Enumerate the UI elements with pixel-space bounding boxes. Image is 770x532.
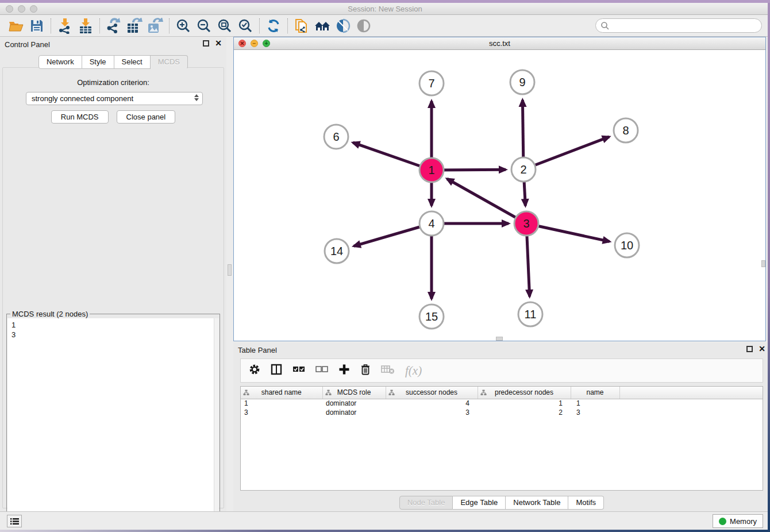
mcds-result-group: MCDS result (2 nodes) 1 3	[6, 314, 220, 530]
tab-network[interactable]: Network	[38, 55, 82, 69]
toolbar-separator	[51, 18, 51, 33]
run-mcds-button[interactable]: Run MCDS	[51, 110, 109, 124]
tab-mcds[interactable]: MCDS	[151, 55, 188, 69]
panel-splitter-handle[interactable]	[228, 264, 232, 276]
zoom-fit-button[interactable]	[214, 17, 235, 35]
graph-node-label-10: 10	[621, 239, 633, 252]
deselect-all-button[interactable]	[315, 365, 328, 376]
zoom-out-button[interactable]	[194, 17, 214, 35]
open-session-button[interactable]	[6, 17, 26, 35]
graph-node-label-4: 4	[428, 217, 434, 230]
export-image-button[interactable]	[145, 17, 165, 35]
column-header-predecessor-nodes[interactable]: predecessor nodes	[478, 387, 571, 399]
save-session-button[interactable]	[26, 17, 47, 35]
table-cell[interactable]: 2	[478, 408, 571, 417]
search-input[interactable]	[610, 21, 753, 30]
column-header-mcds-role[interactable]: MCDS role	[322, 387, 386, 399]
table-cell[interactable]: 1	[571, 399, 619, 408]
close-table-panel-icon[interactable]: ✕	[759, 346, 765, 352]
delete-table-icon	[381, 364, 395, 375]
float-table-panel-icon[interactable]	[746, 346, 753, 352]
table-cell[interactable]: 3	[241, 408, 322, 417]
zoom-fit-icon	[217, 18, 232, 33]
function-builder-button-disabled: f(x)	[405, 364, 422, 378]
home-button[interactable]	[312, 17, 333, 35]
column-layout-button[interactable]	[271, 364, 282, 377]
mcds-result-text[interactable]: 1 3	[7, 318, 219, 529]
table-panel-tabs: Node Table Edge Table Network Table Moti…	[233, 496, 770, 510]
tab-select[interactable]: Select	[114, 55, 151, 69]
memory-status-icon	[719, 518, 726, 525]
column-header-successor-nodes[interactable]: successor nodes	[386, 387, 478, 399]
table-cell[interactable]	[619, 399, 763, 408]
export-network-button[interactable]	[103, 17, 124, 35]
refresh-button[interactable]	[263, 17, 284, 35]
node-table[interactable]: shared name MCDS role successor nodes pr…	[240, 386, 763, 491]
tab-edge-table[interactable]: Edge Table	[453, 496, 506, 510]
table-cell[interactable]: 1	[478, 399, 571, 408]
column-header-shared-name[interactable]: shared name	[241, 387, 322, 399]
column-type-icon	[243, 390, 249, 396]
close-panel-button[interactable]: Close panel	[117, 110, 176, 124]
zoom-selected-icon	[238, 18, 253, 33]
table-cell[interactable]: 4	[386, 399, 478, 408]
graph-edge-2-8[interactable]	[523, 137, 609, 169]
import-table-button[interactable]	[75, 17, 96, 35]
column-type-icon	[388, 390, 395, 396]
delete-column-button[interactable]	[360, 364, 371, 377]
tab-network-table[interactable]: Network Table	[506, 496, 568, 510]
network-hscroll-thumb[interactable]	[496, 337, 503, 341]
tab-node-table[interactable]: Node Table	[399, 496, 453, 510]
graph-node-label-9: 9	[519, 76, 525, 88]
column-header-name[interactable]: name	[571, 387, 619, 399]
task-history-button[interactable]	[7, 515, 22, 527]
memory-button[interactable]: Memory	[713, 514, 763, 528]
table-cell[interactable]: 1	[241, 399, 322, 408]
tab-motifs[interactable]: Motifs	[568, 496, 604, 510]
network-graph[interactable]: 1234678910111415	[234, 50, 765, 341]
table-row[interactable]: 1dominator411	[241, 399, 763, 408]
zoom-selected-button[interactable]	[235, 17, 256, 35]
export-table-button[interactable]	[124, 17, 145, 35]
table-cell[interactable]	[619, 408, 763, 417]
table-header-row[interactable]: shared name MCDS role successor nodes pr…	[241, 387, 763, 399]
table-cell[interactable]: 3	[571, 408, 619, 417]
network-canvas[interactable]: 1234678910111415	[234, 50, 765, 341]
toolbar-separator	[169, 18, 170, 33]
network-window-title: scc.txt	[234, 39, 765, 48]
add-column-button[interactable]	[338, 364, 350, 377]
toolbar-separator	[99, 18, 100, 33]
table-cell[interactable]: dominator	[322, 408, 386, 417]
mcds-panel-body: Optimization criterion: strongly connect…	[2, 67, 224, 508]
tab-style[interactable]: Style	[82, 55, 114, 69]
trash-icon	[360, 364, 371, 375]
table-panel-header: Table Panel ✕	[233, 342, 770, 357]
table-row[interactable]: 3dominator323	[241, 408, 763, 417]
toolbar-separator	[259, 18, 260, 33]
graph-node-label-1: 1	[428, 164, 434, 176]
graph-node-label-8: 8	[622, 124, 629, 137]
criterion-dropdown[interactable]: strongly connected component	[26, 92, 203, 105]
graph-edge-3-1[interactable]	[447, 179, 526, 223]
table-settings-button[interactable]	[249, 364, 260, 377]
zoom-in-button[interactable]	[173, 17, 194, 35]
memory-label: Memory	[730, 517, 757, 526]
network-vscroll-thumb[interactable]	[761, 260, 765, 267]
column-layout-icon	[271, 364, 282, 375]
table-cell[interactable]: 3	[386, 408, 478, 417]
hide-preview-button[interactable]	[353, 17, 374, 35]
table-cell[interactable]: dominator	[322, 399, 386, 408]
close-panel-icon[interactable]: ✕	[215, 40, 222, 47]
network-window-titlebar[interactable]: ✕ − + scc.txt	[234, 37, 765, 50]
toolbar-search[interactable]	[595, 18, 762, 33]
result-scrollbar[interactable]	[214, 318, 219, 529]
node-table-body[interactable]: 1dominator4113dominator323	[241, 399, 763, 417]
network-from-file-button[interactable]	[291, 17, 312, 35]
select-all-button[interactable]	[292, 365, 305, 376]
home-icon	[314, 19, 331, 33]
float-panel-icon[interactable]	[203, 40, 209, 47]
optimization-criterion-label: Optimization criterion:	[3, 78, 224, 87]
export-network-icon	[106, 18, 122, 34]
style-preview-button[interactable]	[333, 17, 353, 35]
import-network-button[interactable]	[55, 17, 75, 35]
